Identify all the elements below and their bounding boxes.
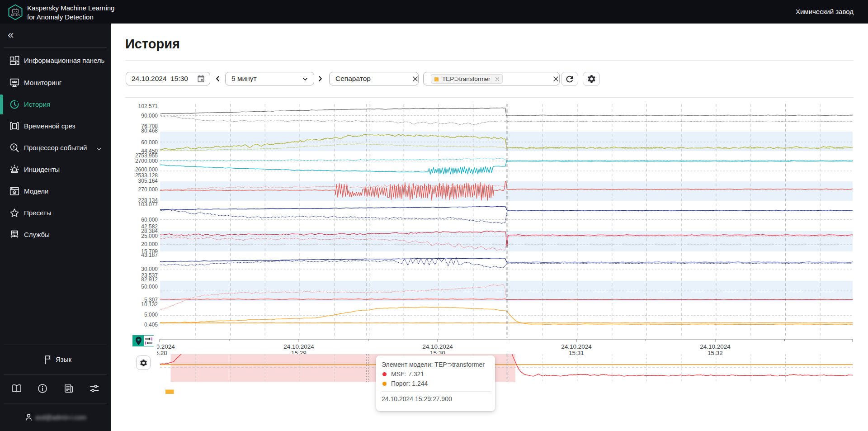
svg-text:305.164: 305.164 xyxy=(138,178,158,184)
svg-text:24.10.2024: 24.10.2024 xyxy=(283,343,314,350)
svg-text:15:32: 15:32 xyxy=(708,350,723,356)
svg-text:24.10.2024: 24.10.2024 xyxy=(422,343,453,350)
svg-text:20.000: 20.000 xyxy=(141,241,158,247)
svg-text:MLAD: MLAD xyxy=(11,14,20,17)
svg-text:25.000: 25.000 xyxy=(141,233,158,239)
svg-text:24.10.2024: 24.10.2024 xyxy=(700,343,731,350)
svg-text:10.132: 10.132 xyxy=(141,301,158,308)
svg-text:60.000: 60.000 xyxy=(141,217,158,223)
svg-text:15:31: 15:31 xyxy=(569,350,584,356)
svg-text:50.000: 50.000 xyxy=(141,284,158,290)
svg-text:5.000: 5.000 xyxy=(144,312,158,318)
svg-text:80.468: 80.468 xyxy=(141,128,158,134)
svg-text:270.000: 270.000 xyxy=(138,186,158,193)
svg-text:103.077: 103.077 xyxy=(138,201,158,208)
svg-text:43.187: 43.187 xyxy=(141,252,158,258)
svg-text:-0.405: -0.405 xyxy=(142,322,158,328)
svg-text:15:28: 15:28 xyxy=(152,350,167,356)
svg-text:24.10.2024: 24.10.2024 xyxy=(561,343,592,350)
svg-text:102.571: 102.571 xyxy=(138,103,158,109)
svg-text:90.000: 90.000 xyxy=(141,113,158,119)
svg-text:2700.000: 2700.000 xyxy=(135,158,158,164)
svg-text:82.912: 82.912 xyxy=(141,276,158,283)
svg-text:2600.000: 2600.000 xyxy=(135,166,158,173)
svg-text:30.000: 30.000 xyxy=(141,266,158,272)
svg-text:60.000: 60.000 xyxy=(141,139,158,146)
